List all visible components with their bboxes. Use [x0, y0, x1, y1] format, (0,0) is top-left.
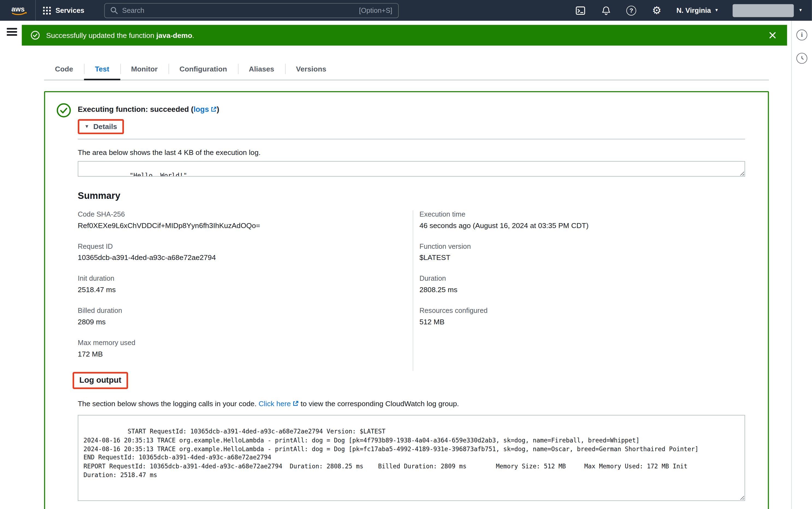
summary-label: Execution time	[419, 210, 745, 218]
summary-label: Request ID	[78, 242, 413, 250]
summary-left-column: Code SHA-256 Ref0XEXe9L6xChVDDCif+MIDp8Y…	[78, 210, 413, 371]
chevron-down-icon: ▼	[715, 8, 719, 12]
region-label: N. Virginia	[676, 6, 711, 14]
success-status-icon-wrap	[57, 103, 71, 501]
banner-message: Successfully updated the function java-d…	[46, 31, 194, 39]
external-link-icon	[292, 400, 299, 408]
logs-link[interactable]: logs	[194, 105, 217, 113]
summary-label: Init duration	[78, 274, 413, 282]
click-here-link[interactable]: Click here	[258, 399, 299, 408]
log-output-heading-row: Log output	[73, 372, 745, 389]
page: aws Services Search [Option+S]	[0, 0, 812, 509]
chevron-down-icon: ▼	[799, 8, 803, 12]
terminal-icon	[575, 5, 585, 15]
question-icon: ?	[626, 5, 636, 15]
log-output-text: START RequestId: 10365dcb-a391-4ded-a93c…	[84, 428, 698, 479]
execution-result-title: Executing function: succeeded (logs)	[78, 103, 745, 114]
log-output-box[interactable]: START RequestId: 10365dcb-a391-4ded-a93c…	[78, 415, 745, 501]
close-icon	[769, 32, 776, 39]
divider	[78, 139, 745, 139]
info-panel-button[interactable]: i	[797, 30, 807, 40]
execution-log-text: "Hello, World!"	[129, 172, 187, 176]
cloudshell-button[interactable]	[575, 5, 586, 16]
function-tabs: Code Test Monitor Configuration Aliases …	[44, 58, 769, 80]
search-icon	[110, 7, 118, 14]
clock-icon	[799, 55, 805, 61]
resize-handle-icon[interactable]	[739, 495, 744, 500]
details-label: Details	[93, 122, 117, 130]
topbar-right-controls: ? ⚙ N. Virginia ▼ ▼	[575, 4, 806, 16]
notifications-button[interactable]	[600, 5, 612, 16]
details-row: ▼ Details	[78, 119, 745, 134]
settings-button[interactable]: ⚙	[651, 5, 662, 16]
summary-right-column: Execution time 46 seconds ago (August 16…	[413, 210, 745, 371]
external-link-icon	[211, 106, 217, 114]
hamburger-icon	[7, 28, 17, 30]
svg-text:aws: aws	[11, 5, 25, 12]
check-circle-icon	[57, 103, 71, 117]
summary-label: Max memory used	[78, 339, 413, 346]
summary-label: Duration	[419, 274, 745, 282]
grid-icon	[43, 6, 51, 14]
summary-pair: Duration 2808.25 ms	[419, 274, 745, 294]
search-placeholder: Search	[122, 6, 144, 14]
summary-value: $LATEST	[419, 253, 745, 262]
summary-label: Code SHA-256	[78, 210, 413, 218]
account-menu[interactable]: ▼	[732, 4, 803, 16]
summary-pair: Execution time 46 seconds ago (August 16…	[419, 210, 745, 229]
search-input[interactable]: Search [Option+S]	[104, 3, 399, 18]
tab-monitor[interactable]: Monitor	[120, 58, 168, 80]
main-content: Code Test Monitor Configuration Aliases …	[22, 52, 791, 509]
tab-configuration[interactable]: Configuration	[168, 58, 238, 80]
log-output-heading: Log output	[73, 372, 128, 389]
bell-icon	[601, 5, 611, 15]
summary-value: 512 MB	[419, 317, 745, 326]
success-flash-banner: Successfully updated the function java-d…	[22, 25, 787, 45]
summary-value: 172 MB	[78, 350, 413, 358]
info-icon: i	[801, 31, 803, 39]
execution-result-panel: Executing function: succeeded (logs) ▼ D…	[44, 91, 769, 509]
summary-heading: Summary	[78, 191, 745, 202]
gear-icon: ⚙	[652, 5, 661, 15]
region-selector[interactable]: N. Virginia ▼	[676, 6, 719, 14]
summary-value: 46 seconds ago (August 16, 2024 at 03:35…	[419, 221, 745, 229]
summary-label: Function version	[419, 242, 745, 250]
tab-test[interactable]: Test	[84, 58, 120, 80]
summary-grid: Code SHA-256 Ref0XEXe9L6xChVDDCif+MIDp8Y…	[78, 210, 745, 371]
tab-versions[interactable]: Versions	[285, 58, 337, 80]
summary-pair: Code SHA-256 Ref0XEXe9L6xChVDDCif+MIDp8Y…	[78, 210, 413, 229]
summary-value: 2808.25 ms	[419, 285, 745, 294]
summary-pair: Request ID 10365dcb-a391-4ded-a93c-a68e7…	[78, 242, 413, 262]
top-navigation-bar: aws Services Search [Option+S]	[0, 0, 812, 21]
function-name: java-demo	[156, 31, 192, 39]
resize-handle-icon[interactable]	[739, 170, 744, 176]
help-button[interactable]: ?	[626, 5, 637, 16]
aws-logo-icon: aws	[10, 4, 29, 16]
summary-pair: Billed duration 2809 ms	[78, 307, 413, 326]
services-label: Services	[56, 6, 84, 14]
services-menu-button[interactable]: Services	[35, 0, 91, 21]
caret-down-icon: ▼	[85, 124, 89, 129]
account-name-redacted	[732, 4, 794, 16]
tab-aliases[interactable]: Aliases	[238, 58, 285, 80]
right-tool-rail: i	[791, 21, 812, 509]
summary-pair: Function version $LATEST	[419, 242, 745, 262]
summary-value: 2809 ms	[78, 317, 413, 326]
side-secondary-button[interactable]	[797, 53, 807, 64]
summary-label: Resources configured	[419, 307, 745, 314]
aws-logo[interactable]: aws	[6, 4, 33, 16]
summary-value: 10365dcb-a391-4ded-a93c-a68e72ae2794	[78, 253, 413, 262]
search-shortcut-hint: [Option+S]	[359, 6, 392, 14]
summary-value: Ref0XEXe9L6xChVDDCif+MIDp8Yyn6fh3IhKuzAd…	[78, 221, 413, 229]
cloudwatch-text: The section below shows the logging call…	[78, 399, 745, 408]
summary-value: 2518.47 ms	[78, 285, 413, 294]
tab-code[interactable]: Code	[44, 58, 84, 80]
execution-log-box[interactable]: "Hello, World!"	[78, 161, 745, 177]
banner-close-button[interactable]	[767, 30, 778, 41]
summary-pair: Init duration 2518.47 ms	[78, 274, 413, 294]
check-circle-icon	[31, 31, 40, 40]
summary-pair: Max memory used 172 MB	[78, 339, 413, 358]
sidebar-toggle-button[interactable]	[7, 28, 17, 37]
summary-label: Billed duration	[78, 307, 413, 314]
details-toggle[interactable]: ▼ Details	[78, 119, 124, 134]
